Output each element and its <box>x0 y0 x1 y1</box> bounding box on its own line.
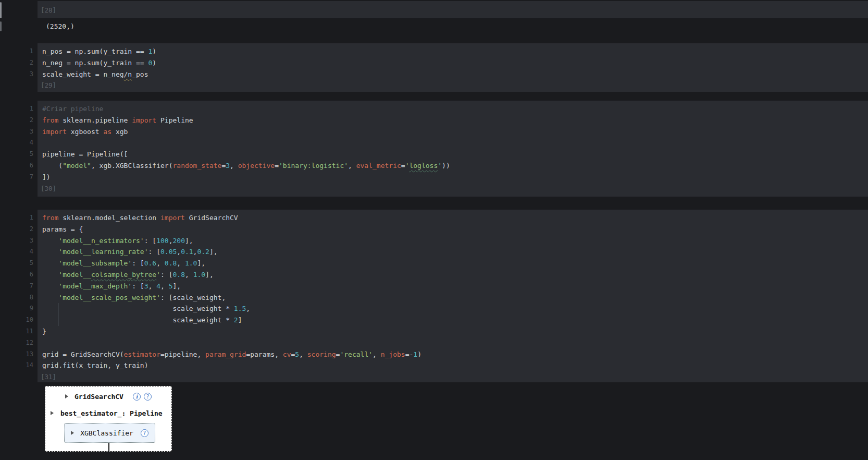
cell-indicator-bar-1[interactable] <box>0 2 2 18</box>
execution-count-label: [29] <box>38 81 56 89</box>
indent-guide <box>58 303 59 326</box>
line-number: 4 <box>14 137 33 149</box>
code-line[interactable]: 5pipeline = Pipeline([ <box>38 149 868 160</box>
code-line[interactable]: 4 <box>38 137 868 149</box>
code-text[interactable]: } <box>38 326 868 337</box>
line-number: 4 <box>14 246 33 258</box>
code-text[interactable]: 'model__learning_rate': [0.05,0.1,0.2], <box>38 246 868 258</box>
code-line[interactable]: 3import xgboost as xgb <box>38 126 868 138</box>
code-text[interactable]: pipeline = Pipeline([ <box>38 149 868 160</box>
line-number: 11 <box>14 326 33 337</box>
code-text[interactable]: import xgboost as xgb <box>38 126 868 138</box>
code-text[interactable]: scale_weight * 1.5, <box>38 303 868 314</box>
code-line[interactable]: 14grid.fit(x_train, y_train) <box>38 360 868 371</box>
code-cell-gridsearch[interactable]: 1from sklearn.model_selection import Gri… <box>38 210 868 382</box>
line-number: 14 <box>14 360 33 371</box>
code-cell-scale-weight[interactable]: 1n_pos = np.sum(y_train == 1)2n_neg = np… <box>38 43 868 92</box>
pipeline-connector-line <box>108 443 109 452</box>
code-line[interactable]: 3 'model__n_estimators': [100,200], <box>38 235 868 247</box>
line-number: 2 <box>14 57 33 69</box>
xgbclassifier-box[interactable]: XGBClassifier ? <box>64 423 155 443</box>
code-line[interactable]: 1n_pos = np.sum(y_train == 1) <box>38 46 868 57</box>
code-text[interactable]: scale_weight * 2] <box>38 314 868 326</box>
expand-arrow-icon <box>65 394 68 398</box>
line-number: 5 <box>14 149 33 160</box>
estimator-title: GridSearchCV <box>75 393 123 401</box>
line-number: 3 <box>14 235 33 247</box>
line-number: 1 <box>14 103 33 115</box>
code-line[interactable]: 2n_neg = np.sum(y_train == 0) <box>38 57 868 69</box>
line-number: 9 <box>14 303 33 314</box>
sklearn-estimator-widget: GridSearchCV i ? best_estimator_: Pipeli… <box>45 386 172 452</box>
code-text[interactable]: n_neg = np.sum(y_train == 0) <box>38 57 868 69</box>
line-number: 3 <box>14 126 33 138</box>
code-line[interactable]: 5 'model__subsample': [0.6, 0.8, 1.0], <box>38 258 868 269</box>
code-text[interactable]: grid.fit(x_train, y_train) <box>38 360 868 371</box>
code-text[interactable]: 'model__subsample': [0.6, 0.8, 1.0], <box>38 258 868 269</box>
code-text[interactable]: 'model__n_estimators': [100,200], <box>38 235 868 247</box>
code-line[interactable]: 7]) <box>38 172 868 183</box>
code-line[interactable]: 12 <box>38 337 868 349</box>
code-line[interactable]: 1#Criar pipeline <box>38 103 868 115</box>
execution-count-label: [30] <box>38 185 56 192</box>
help-icon[interactable]: ? <box>141 429 148 437</box>
line-number: 12 <box>14 337 33 349</box>
code-text[interactable]: #Criar pipeline <box>38 103 868 115</box>
best-estimator-label: best_estimator_: Pipeline <box>60 409 163 417</box>
help-icon[interactable]: ? <box>144 393 152 401</box>
line-number: 1 <box>14 46 33 57</box>
info-icon[interactable]: i <box>133 393 141 401</box>
code-line[interactable]: 7 'model__max_depth': [3, 4, 5], <box>38 281 868 292</box>
code-text[interactable]: 'model__max_depth': [3, 4, 5], <box>38 281 868 292</box>
execution-count-label: [31] <box>38 373 56 381</box>
output-text: (2520,) <box>46 22 868 31</box>
line-number: 1 <box>14 212 33 224</box>
code-line[interactable]: 1from sklearn.model_selection import Gri… <box>38 212 868 224</box>
xgbclassifier-label: XGBClassifier <box>80 429 133 437</box>
code-text[interactable]: params = { <box>38 224 868 235</box>
previous-cell-footer[interactable]: [28] <box>38 1 868 18</box>
gridsearchcv-toggle[interactable]: GridSearchCV i ? <box>45 391 171 402</box>
code-text[interactable]: ("model", xgb.XGBClassifier(random_state… <box>38 160 868 172</box>
line-number: 2 <box>14 224 33 235</box>
expand-arrow-icon <box>51 411 54 415</box>
code-line[interactable]: 2from sklearn.pipeline import Pipeline <box>38 115 868 126</box>
code-line[interactable]: 4 'model__learning_rate': [0.05,0.1,0.2]… <box>38 246 868 258</box>
line-number: 6 <box>14 160 33 172</box>
code-line[interactable]: 11} <box>38 326 868 337</box>
line-number: 7 <box>14 172 33 183</box>
line-number: 7 <box>14 281 33 292</box>
code-text[interactable]: scale_weight = n_neg/n_pos <box>38 69 868 80</box>
expand-arrow-icon <box>71 431 74 435</box>
code-text[interactable]: from sklearn.model_selection import Grid… <box>38 212 868 224</box>
line-number: 6 <box>14 269 33 281</box>
code-text[interactable]: from sklearn.pipeline import Pipeline <box>38 115 868 126</box>
line-number: 10 <box>14 314 33 326</box>
code-line[interactable]: 10 scale_weight * 2] <box>38 314 868 326</box>
code-line[interactable]: 9 scale_weight * 1.5, <box>38 303 868 314</box>
line-number: 8 <box>14 292 33 304</box>
gridsearch-output-area: GridSearchCV i ? best_estimator_: Pipeli… <box>0 382 868 460</box>
code-cell-pipeline[interactable]: 1#Criar pipeline2from sklearn.pipeline i… <box>38 101 868 197</box>
cell-output-shape: (2520,) <box>38 18 868 43</box>
code-line[interactable]: 6 'model__colsample_bytree': [0.8, 1.0], <box>38 269 868 281</box>
code-line[interactable]: 8 'model__scale_pos_weight': [scale_weig… <box>38 292 868 304</box>
line-number: 2 <box>14 115 33 126</box>
code-line[interactable]: 13grid = GridSearchCV(estimator=pipeline… <box>38 349 868 360</box>
code-line[interactable]: 6 ("model", xgb.XGBClassifier(random_sta… <box>38 160 868 172</box>
code-text[interactable]: grid = GridSearchCV(estimator=pipeline, … <box>38 349 868 360</box>
line-number: 13 <box>14 349 33 360</box>
code-text[interactable]: ]) <box>38 172 868 183</box>
line-number: 3 <box>14 69 33 80</box>
notebook-editor: [28] (2520,) 1n_pos = np.sum(y_train == … <box>0 1 868 460</box>
cell-indicator-bar-2[interactable] <box>0 21 2 31</box>
line-number: 5 <box>14 258 33 269</box>
best-estimator-toggle[interactable]: best_estimator_: Pipeline <box>51 407 163 419</box>
code-text[interactable]: 'model__scale_pos_weight': [scale_weight… <box>38 292 868 304</box>
code-line[interactable]: 2params = { <box>38 224 868 235</box>
code-text[interactable]: 'model__colsample_bytree': [0.8, 1.0], <box>38 269 868 281</box>
code-line[interactable]: 3scale_weight = n_neg/n_pos <box>38 69 868 80</box>
code-text[interactable]: n_pos = np.sum(y_train == 1) <box>38 46 868 57</box>
execution-count-label: [28] <box>38 6 56 14</box>
